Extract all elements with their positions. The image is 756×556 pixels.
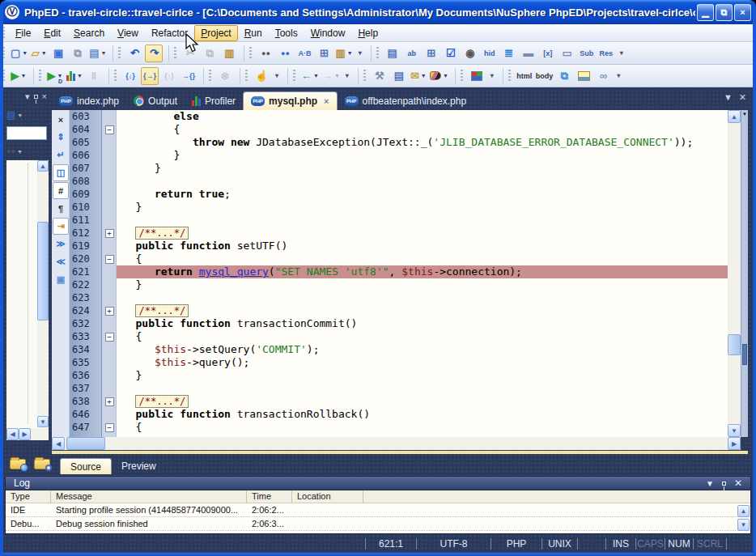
embedded-view-button[interactable]: ⊞ (315, 45, 333, 62)
log-title-bar[interactable]: Log ▼ ✕ (5, 476, 751, 490)
insert-radio-button[interactable]: ◉ (461, 45, 479, 62)
tab-source[interactable]: Source (60, 458, 112, 474)
toolbar-grip[interactable] (118, 47, 121, 60)
menu-edit[interactable]: Edit (37, 25, 67, 41)
scroll-down-button[interactable]: ▼ (37, 416, 49, 427)
menu-view[interactable]: View (111, 25, 145, 41)
code-line[interactable]: 603 else (70, 110, 728, 123)
code-line[interactable]: 647− { (70, 421, 728, 434)
log-vertical-scrollbar[interactable]: ▲ ▼ (737, 505, 750, 533)
code-line[interactable]: 612+ /**...*/ (70, 227, 728, 240)
outdent-guides-icon[interactable]: ≪ (53, 253, 69, 270)
panel-close-icon[interactable]: × (42, 91, 47, 101)
code-line[interactable]: 604− { (70, 123, 728, 136)
deploy-button[interactable]: ✉▼ (410, 67, 427, 85)
tab-index-php[interactable]: PHPindex.php (52, 91, 126, 110)
insert-image-button[interactable] (575, 67, 592, 85)
toolbar-grip[interactable] (174, 47, 176, 60)
toolbar-grip[interactable] (2, 47, 5, 60)
scroll-right-button[interactable]: ▶ (19, 428, 31, 440)
menubar-grip[interactable] (2, 27, 5, 40)
redo-button[interactable]: ↷ (145, 45, 163, 62)
log-row[interactable]: Debu...Debug session finished2:06:3... (6, 517, 750, 531)
marker-thumb[interactable] (742, 344, 747, 365)
word-wrap-icon[interactable]: ↵ (53, 146, 69, 163)
tab-close-icon[interactable]: ✕ (739, 92, 746, 103)
split-editor-icon[interactable]: ⇕ (53, 129, 69, 146)
code-report-button[interactable]: ▤ (390, 67, 408, 85)
fold-expand-icon[interactable]: + (105, 397, 114, 406)
tools-overflow-button[interactable]: ▾ (487, 67, 497, 85)
run-in-debugger-button[interactable]: ▶D▼ (46, 67, 64, 85)
tab-profiler[interactable]: Profiler (185, 91, 243, 110)
insert-body-button[interactable]: body (535, 67, 554, 85)
toolbar-grip[interactable] (363, 70, 366, 83)
toolbar-grip[interactable] (249, 47, 252, 60)
insert-submit-button[interactable]: Sub (578, 45, 596, 62)
code-line[interactable]: 624+ /**...*/ (70, 304, 728, 317)
scroll-marker-strip[interactable]: ▼ (741, 110, 748, 437)
tab-mysql-php[interactable]: PHPmysql.php× (243, 91, 337, 110)
undo-button[interactable]: ↶ (125, 45, 143, 62)
find-button[interactable]: ●● (257, 45, 274, 62)
insert-button-x-button[interactable]: [x] (539, 45, 557, 62)
code-line[interactable]: 605 throw new JDatabaseException(JText::… (70, 136, 728, 149)
workspace-folder-icon[interactable] (10, 456, 28, 471)
insert-checkbox-button[interactable]: ☑ (442, 45, 460, 62)
menu-window[interactable]: Window (304, 25, 352, 41)
code-line[interactable]: 620− { (70, 253, 728, 265)
toolbar-grip[interactable] (508, 70, 511, 83)
split-handle-icon[interactable]: ▼ (742, 112, 747, 117)
forms-overflow-button[interactable]: ▾ (617, 45, 626, 62)
pause-button[interactable]: ‖ (85, 67, 103, 85)
toolbar-grip[interactable] (293, 70, 295, 83)
insert-form-button[interactable]: ▤ (384, 45, 401, 62)
fold-collapse-icon[interactable]: − (105, 423, 114, 432)
fold-collapse-icon[interactable]: − (105, 255, 114, 264)
code-line[interactable]: 632 public function transactionCommit() (70, 317, 728, 330)
insert-hidden-field-button[interactable]: hid (481, 45, 499, 62)
scroll-up-button[interactable]: ▲ (37, 160, 49, 172)
editor-vertical-scrollbar[interactable]: ▲ ▼ (728, 110, 741, 437)
code-lines[interactable]: 603 else604− {605 throw new JDatabaseExc… (70, 110, 728, 437)
fold-expand-icon[interactable]: + (105, 229, 114, 238)
scroll-thumb[interactable] (37, 222, 49, 320)
code-line[interactable]: 606 } (70, 149, 728, 162)
color-picker-button[interactable] (468, 67, 486, 85)
nav-overflow-button[interactable]: ▾ (342, 67, 352, 85)
scroll-left-button[interactable]: ◀ (52, 437, 65, 450)
toolbar-grip[interactable] (39, 70, 41, 83)
code-explorer-icon[interactable]: ▣ (53, 271, 69, 288)
editor-horizontal-scrollbar[interactable]: ◀ ▶ (52, 437, 741, 450)
tab-offbeatenpath-index-php[interactable]: PHPoffbeatenpath\index.php (338, 91, 474, 110)
code-line[interactable]: 622 } (70, 278, 728, 291)
log-column-time[interactable]: Time (247, 490, 292, 503)
menu-project[interactable]: Project (194, 25, 237, 41)
menu-search[interactable]: Search (67, 25, 111, 41)
log-pin-icon[interactable] (722, 482, 726, 486)
insert-pushbutton-button[interactable]: ▭ (559, 45, 576, 62)
menu-run[interactable]: Run (238, 25, 269, 41)
restore-button[interactable]: ⧉ (716, 4, 733, 21)
tab-close-icon[interactable]: × (324, 96, 329, 106)
panel-menu-icon[interactable]: ▾ (25, 91, 30, 102)
save-button[interactable]: ▣ (49, 45, 67, 62)
explorer-tree[interactable]: ▲ ▼ ◀ ▶ (6, 160, 49, 440)
tree-horizontal-scrollbar[interactable]: ◀ ▶ (6, 428, 49, 440)
run-button[interactable]: ▶▼ (10, 67, 28, 85)
code-line[interactable]: 623 (70, 291, 728, 304)
close-button[interactable]: × (734, 4, 751, 21)
log-close-icon[interactable]: ✕ (734, 477, 742, 489)
toolbar-grip[interactable] (114, 70, 117, 83)
log-menu-icon[interactable]: ▼ (706, 479, 714, 488)
title-bar[interactable]: Ⓥ PhpED - travel-circle::travel-cirlce -… (0, 0, 756, 24)
run-profiler-button[interactable]: ▼ (66, 67, 83, 85)
scroll-right-button[interactable]: ▶ (728, 437, 741, 450)
explorer-filter-button[interactable]: ▤ ▼ (6, 107, 49, 123)
indent-guides-icon[interactable]: ≫ (53, 236, 69, 253)
highlighting-button[interactable]: ▼ (429, 67, 449, 85)
tab-output[interactable]: Output (126, 91, 185, 110)
scroll-down-button[interactable]: ▼ (728, 424, 741, 437)
code-line[interactable]: 607 } (70, 162, 728, 175)
replace-button[interactable]: A·B (295, 45, 313, 62)
